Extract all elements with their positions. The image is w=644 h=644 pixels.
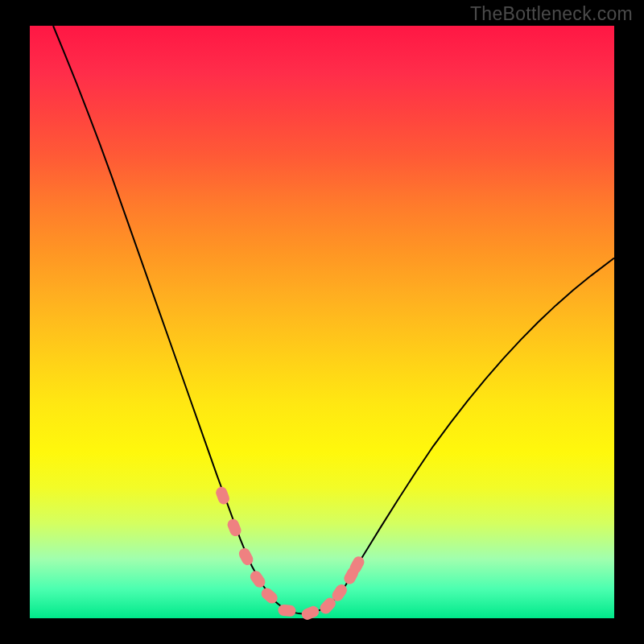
curve-marker bbox=[214, 485, 231, 506]
curve-marker bbox=[278, 604, 296, 617]
plot-area bbox=[30, 26, 614, 618]
bottleneck-curve bbox=[53, 26, 614, 614]
watermark-text: TheBottleneck.com bbox=[470, 3, 633, 25]
curve-marker bbox=[237, 546, 255, 567]
marker-group bbox=[214, 485, 366, 621]
curve-marker bbox=[226, 518, 243, 539]
chart-svg bbox=[30, 26, 614, 618]
curve-marker bbox=[300, 605, 321, 621]
chart-frame: TheBottleneck.com bbox=[0, 0, 644, 644]
